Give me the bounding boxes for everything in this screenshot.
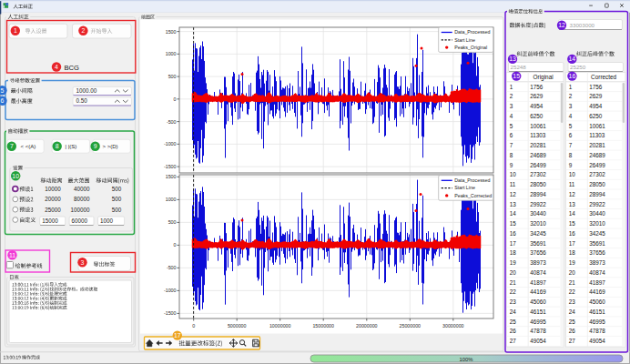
svg-text:35691: 35691 bbox=[530, 240, 546, 247]
svg-text:60000: 60000 bbox=[72, 217, 88, 224]
svg-text:2: 2 bbox=[81, 27, 85, 34]
svg-text:100%: 100% bbox=[460, 357, 473, 362]
svg-text:24689: 24689 bbox=[530, 152, 546, 158]
svg-text:16: 16 bbox=[569, 73, 576, 79]
svg-text:80000: 80000 bbox=[74, 196, 90, 202]
svg-text:500: 500 bbox=[112, 196, 122, 202]
svg-text:40000: 40000 bbox=[74, 186, 90, 192]
svg-text:8: 8 bbox=[510, 152, 513, 158]
svg-text:Data_Processed: Data_Processed bbox=[454, 29, 490, 35]
svg-text:29922: 29922 bbox=[589, 201, 605, 207]
svg-text:500: 500 bbox=[168, 74, 177, 79]
svg-text:3: 3 bbox=[569, 103, 573, 109]
svg-text:500: 500 bbox=[112, 186, 122, 192]
svg-text:47878: 47878 bbox=[589, 328, 605, 334]
svg-text:16: 16 bbox=[569, 230, 576, 237]
svg-text:40874: 40874 bbox=[589, 269, 605, 276]
svg-text:-1000: -1000 bbox=[164, 288, 177, 293]
svg-text:23: 23 bbox=[510, 298, 517, 305]
svg-text:10: 10 bbox=[510, 171, 517, 177]
svg-text:15000000: 15000000 bbox=[312, 323, 334, 329]
svg-text:1500: 1500 bbox=[166, 174, 177, 179]
svg-text:25000: 25000 bbox=[45, 207, 61, 213]
svg-text:5: 5 bbox=[510, 123, 513, 129]
svg-text:1: 1 bbox=[569, 84, 573, 90]
svg-text:32010: 32010 bbox=[530, 220, 546, 227]
svg-text:0: 0 bbox=[192, 323, 195, 329]
svg-text:30440: 30440 bbox=[589, 210, 605, 217]
svg-text:Corrected: Corrected bbox=[591, 74, 617, 80]
svg-text:15: 15 bbox=[569, 220, 576, 227]
svg-text:Start Line: Start Line bbox=[454, 185, 475, 190]
svg-text:30000000: 30000000 bbox=[442, 323, 464, 329]
svg-text:47878: 47878 bbox=[530, 328, 546, 334]
svg-text:13: 13 bbox=[510, 201, 517, 207]
svg-text:27: 27 bbox=[569, 338, 576, 344]
svg-text:40874: 40874 bbox=[530, 269, 546, 276]
svg-text:6: 6 bbox=[510, 132, 513, 138]
svg-text:12: 12 bbox=[558, 22, 565, 28]
svg-text:38973: 38973 bbox=[530, 259, 546, 266]
svg-text:1500: 1500 bbox=[166, 29, 177, 35]
svg-text:4954: 4954 bbox=[530, 103, 544, 109]
svg-text:17: 17 bbox=[174, 332, 181, 339]
svg-text:23: 23 bbox=[569, 298, 576, 305]
svg-text:12: 12 bbox=[569, 191, 576, 197]
svg-text:14: 14 bbox=[569, 210, 576, 217]
svg-text:32010: 32010 bbox=[589, 220, 605, 227]
svg-text:6: 6 bbox=[1, 97, 5, 104]
svg-text:Start Line: Start Line bbox=[454, 37, 475, 43]
svg-text:45060: 45060 bbox=[530, 298, 546, 305]
svg-text:9: 9 bbox=[569, 162, 573, 168]
svg-text:5: 5 bbox=[569, 123, 573, 129]
svg-text:28994: 28994 bbox=[589, 191, 605, 197]
svg-text:10: 10 bbox=[12, 173, 19, 179]
svg-text:> >(D): > >(D) bbox=[103, 144, 118, 149]
svg-text:8: 8 bbox=[56, 143, 59, 149]
svg-text:10: 10 bbox=[569, 171, 576, 177]
svg-text:< <(A): < <(A) bbox=[21, 144, 36, 149]
svg-text:-1500: -1500 bbox=[164, 310, 177, 316]
svg-text:0: 0 bbox=[174, 242, 177, 248]
svg-text:6250: 6250 bbox=[530, 113, 544, 119]
svg-text:21: 21 bbox=[569, 279, 576, 286]
svg-text:21: 21 bbox=[510, 279, 517, 286]
svg-text:7: 7 bbox=[569, 142, 573, 148]
svg-text:27: 27 bbox=[510, 338, 517, 344]
svg-text:3: 3 bbox=[81, 259, 85, 266]
svg-text:13: 13 bbox=[509, 56, 516, 62]
svg-text:Peaks_Corrected: Peaks_Corrected bbox=[454, 193, 492, 198]
svg-text:24: 24 bbox=[569, 308, 576, 315]
svg-text:1000.00: 1000.00 bbox=[76, 87, 97, 94]
svg-text:20281: 20281 bbox=[530, 142, 546, 148]
svg-text:-500: -500 bbox=[167, 119, 177, 125]
svg-text:24: 24 bbox=[510, 308, 517, 315]
svg-text:10061: 10061 bbox=[530, 123, 546, 129]
svg-text:11: 11 bbox=[569, 181, 575, 187]
svg-text:19: 19 bbox=[510, 259, 517, 266]
svg-text:27302: 27302 bbox=[589, 171, 605, 177]
svg-text:1: 1 bbox=[14, 27, 17, 34]
svg-text:29922: 29922 bbox=[530, 201, 546, 207]
svg-text:20: 20 bbox=[569, 269, 576, 276]
svg-text:34245: 34245 bbox=[589, 230, 605, 237]
svg-text:4: 4 bbox=[569, 113, 573, 119]
svg-text:11: 11 bbox=[510, 181, 516, 187]
svg-text:41897: 41897 bbox=[589, 279, 605, 286]
svg-text:Peaks_Original: Peaks_Original bbox=[454, 45, 487, 50]
svg-text:24689: 24689 bbox=[589, 152, 605, 158]
svg-text:26: 26 bbox=[510, 328, 517, 334]
svg-text:2629: 2629 bbox=[530, 93, 544, 99]
svg-text:28050: 28050 bbox=[589, 181, 605, 187]
svg-text:1000: 1000 bbox=[100, 217, 114, 224]
svg-text:7: 7 bbox=[510, 142, 513, 148]
svg-text:1: 1 bbox=[510, 84, 513, 90]
svg-text:Data_Processed: Data_Processed bbox=[454, 177, 490, 183]
svg-text:9: 9 bbox=[94, 143, 97, 149]
svg-text:14: 14 bbox=[510, 210, 517, 217]
svg-text:7: 7 bbox=[10, 143, 14, 149]
svg-text:1756: 1756 bbox=[530, 84, 544, 90]
svg-text:| |(S): | |(S) bbox=[66, 144, 77, 149]
svg-text:22: 22 bbox=[510, 288, 517, 295]
svg-text:1000: 1000 bbox=[166, 197, 177, 202]
